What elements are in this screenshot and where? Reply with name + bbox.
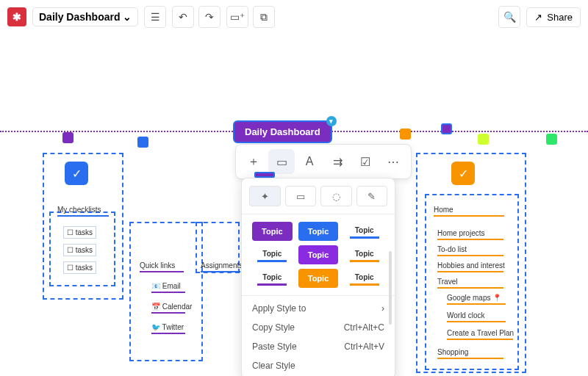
apply-style-menu[interactable]: Apply Style to› — [242, 299, 395, 318]
shape-button[interactable]: ▭ — [268, 149, 295, 174]
tag-yellow[interactable] — [478, 134, 489, 145]
document-title-dropdown[interactable]: Daily Dashboard ⌄ — [32, 7, 138, 26]
node-home-projects[interactable]: Home projects — [437, 229, 503, 240]
node-create-plan[interactable]: Create a Travel Plan — [447, 329, 514, 340]
style-swatch[interactable]: Topic — [252, 269, 293, 288]
node-calendar[interactable]: 📅 Calendar — [151, 303, 192, 314]
add-topic-button[interactable]: ＋ — [240, 149, 267, 174]
home-check-node[interactable]: ✓ — [451, 162, 475, 185]
style-swatch[interactable]: Topic — [344, 222, 384, 241]
share-icon: ↗ — [534, 12, 542, 23]
tag-purple[interactable] — [62, 132, 74, 143]
menu-button[interactable]: ☰ — [144, 6, 166, 28]
insert-subtopic-button[interactable]: ⧉ — [253, 6, 275, 28]
search-button[interactable]: 🔍 — [498, 6, 520, 28]
chevron-down-icon: ⌄ — [123, 11, 132, 23]
check-icon: ✓ — [72, 167, 82, 181]
node-home[interactable]: Home — [434, 206, 504, 217]
tag-blue[interactable] — [137, 137, 148, 148]
node-todo[interactable]: To-do list — [437, 245, 503, 256]
node-maps[interactable]: Google maps 📍 — [447, 294, 506, 305]
node-assignments[interactable]: Assignments — [201, 261, 243, 272]
node-my-checklists[interactable]: My checklists — [57, 206, 109, 217]
node-tasks[interactable]: ☐ tasks — [63, 244, 96, 256]
style-tab-line[interactable]: ✎ — [356, 186, 388, 206]
node-twitter[interactable]: 🐦 Twitter — [151, 323, 185, 334]
tag-green[interactable] — [546, 134, 557, 145]
node-tasks[interactable]: ☐ tasks — [63, 226, 96, 239]
copy-style-menu[interactable]: Copy StyleCtrl+Alt+C — [242, 318, 395, 337]
style-panel: ✦ ▭ ◌ ✎ Topic Topic Topic Topic Topic To… — [241, 178, 395, 376]
undo-button[interactable]: ↶ — [172, 6, 194, 28]
tag-purple-2[interactable] — [441, 123, 452, 134]
insert-topic-button[interactable]: ▭⁺ — [226, 6, 248, 28]
style-swatch[interactable]: Topic — [252, 222, 293, 241]
style-swatch[interactable]: Topic — [252, 245, 293, 264]
main-topic-node[interactable]: Daily Dashboard ▾ — [233, 120, 332, 143]
checklist-check-node[interactable]: ✓ — [65, 162, 88, 185]
share-button[interactable]: ↗ Share — [526, 7, 581, 27]
node-shopping[interactable]: Shopping — [437, 348, 503, 359]
text-style-button[interactable]: A — [296, 149, 323, 174]
check-icon: ✓ — [459, 167, 468, 181]
share-label: Share — [547, 12, 573, 23]
style-swatch[interactable]: Topic — [298, 269, 339, 288]
task-button[interactable]: ☑ — [352, 149, 379, 174]
document-title: Daily Dashboard — [39, 11, 120, 23]
collapse-toggle-icon[interactable]: ▾ — [326, 116, 337, 126]
structure-button[interactable]: ⇉ — [324, 149, 351, 174]
app-logo: ✱ — [7, 7, 26, 26]
style-swatch[interactable]: Topic — [344, 269, 384, 288]
style-tab-presets[interactable]: ✦ — [249, 186, 281, 206]
style-tab-shape[interactable]: ▭ — [285, 186, 317, 206]
node-hobbies[interactable]: Hobbies and interest — [437, 261, 505, 272]
style-swatch[interactable]: Topic — [344, 245, 384, 264]
tag-orange[interactable] — [400, 129, 411, 140]
scrollbar[interactable] — [389, 251, 392, 325]
node-tasks[interactable]: ☐ tasks — [63, 261, 96, 274]
node-world-clock[interactable]: World clock — [447, 311, 506, 322]
node-travel[interactable]: Travel — [437, 278, 503, 289]
more-button[interactable]: ⋯ — [380, 149, 406, 174]
node-quick-links[interactable]: Quick links — [140, 261, 184, 272]
style-tab-fill[interactable]: ◌ — [320, 186, 352, 206]
chevron-right-icon: › — [381, 303, 384, 314]
node-email[interactable]: 📧 Email — [151, 282, 185, 293]
style-swatch[interactable]: Topic — [298, 245, 339, 264]
clear-style-menu[interactable]: Clear Style — [242, 356, 395, 375]
selected-handle[interactable] — [254, 172, 275, 178]
style-swatch[interactable]: Topic — [298, 222, 339, 241]
redo-button[interactable]: ↷ — [198, 6, 220, 28]
paste-style-menu[interactable]: Paste StyleCtrl+Alt+V — [242, 337, 395, 356]
